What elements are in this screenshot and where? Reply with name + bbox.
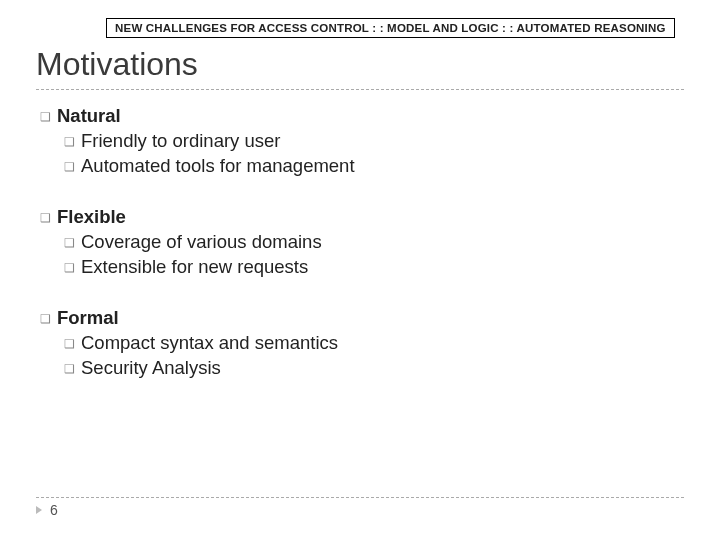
group-head: Natural (57, 104, 121, 129)
square-bullet-icon: ❑ (64, 260, 75, 276)
list-item: ❑ Friendly to ordinary user (36, 129, 684, 154)
bullet-group: ❑ Flexible ❑ Coverage of various domains… (36, 205, 684, 280)
list-item: ❑ Compact syntax and semantics (36, 331, 684, 356)
square-bullet-icon: ❑ (64, 336, 75, 352)
slide-footer: 6 (36, 497, 684, 518)
slide-content: ❑ Natural ❑ Friendly to ordinary user ❑ … (36, 104, 684, 381)
group-head: Flexible (57, 205, 126, 230)
page-number: 6 (50, 502, 58, 518)
header-breadcrumb: NEW CHALLENGES FOR ACCESS CONTROL : : MO… (106, 18, 675, 38)
list-text: Coverage of various domains (81, 230, 322, 255)
list-text: Extensible for new requests (81, 255, 308, 280)
square-bullet-icon: ❑ (64, 361, 75, 377)
list-text: Friendly to ordinary user (81, 129, 280, 154)
triangle-right-icon (36, 506, 42, 514)
square-bullet-icon: ❑ (64, 235, 75, 251)
slide-title: Motivations (36, 46, 684, 83)
square-bullet-icon: ❑ (40, 210, 51, 226)
list-text: Automated tools for management (81, 154, 355, 179)
square-bullet-icon: ❑ (64, 134, 75, 150)
list-text: Compact syntax and semantics (81, 331, 338, 356)
group-head: Formal (57, 306, 119, 331)
square-bullet-icon: ❑ (64, 159, 75, 175)
square-bullet-icon: ❑ (40, 311, 51, 327)
bullet-group: ❑ Formal ❑ Compact syntax and semantics … (36, 306, 684, 381)
title-divider (36, 89, 684, 90)
footer-divider (36, 497, 684, 498)
list-item: ❑ Natural (36, 104, 684, 129)
bullet-group: ❑ Natural ❑ Friendly to ordinary user ❑ … (36, 104, 684, 179)
list-text: Security Analysis (81, 356, 221, 381)
square-bullet-icon: ❑ (40, 109, 51, 125)
list-item: ❑ Extensible for new requests (36, 255, 684, 280)
slide: NEW CHALLENGES FOR ACCESS CONTROL : : MO… (0, 0, 720, 540)
list-item: ❑ Formal (36, 306, 684, 331)
list-item: ❑ Security Analysis (36, 356, 684, 381)
list-item: ❑ Coverage of various domains (36, 230, 684, 255)
list-item: ❑ Automated tools for management (36, 154, 684, 179)
list-item: ❑ Flexible (36, 205, 684, 230)
footer-row: 6 (36, 502, 684, 518)
